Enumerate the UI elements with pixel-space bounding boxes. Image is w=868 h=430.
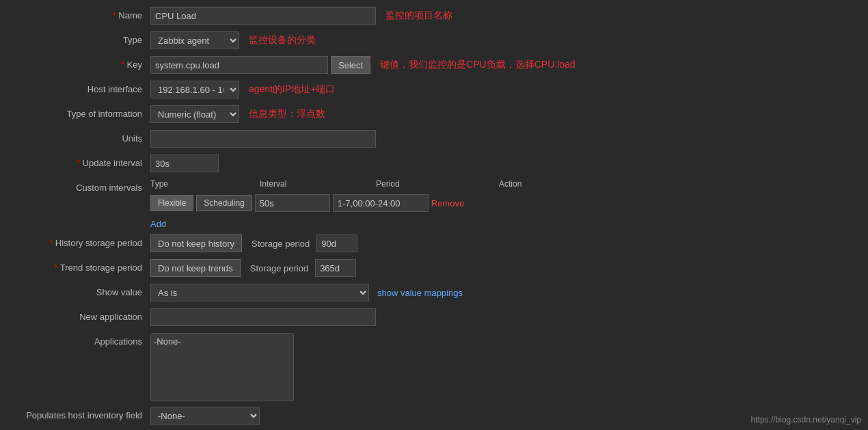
- name-label: Name: [14, 7, 150, 21]
- history-storage-label: History storage period: [14, 234, 150, 248]
- host-interface-row: Host interface 192.168.1.60 - 10050 agen…: [14, 81, 854, 100]
- name-control: 监控的项目名称: [150, 7, 854, 25]
- type-info-row: Type of information Numeric (float) 信息类型…: [14, 105, 854, 124]
- ci-action-header: Action: [499, 179, 554, 189]
- trend-storage-control: Do not keep trends Storage period: [150, 259, 854, 277]
- ci-scheduling-tab[interactable]: Scheduling: [196, 195, 252, 211]
- new-application-row: New application: [14, 308, 854, 327]
- footer-url: https://blog.csdn.net/yanqi_vip: [751, 415, 861, 425]
- inventory-control: -None-: [150, 407, 854, 425]
- show-value-mappings-link[interactable]: show value mappings: [377, 288, 463, 298]
- units-label: Units: [14, 130, 150, 144]
- update-interval-label: Update interval: [14, 154, 150, 168]
- applications-row: Applications -None-: [14, 333, 854, 401]
- type-row: Type Zabbix agent 监控设备的分类: [14, 31, 854, 51]
- ci-add-link[interactable]: Add: [150, 219, 166, 229]
- name-input[interactable]: [150, 7, 376, 25]
- ci-remove-link[interactable]: Remove: [431, 198, 464, 209]
- host-interface-select[interactable]: 192.168.1.60 - 10050: [150, 81, 239, 98]
- do-not-keep-history-button[interactable]: Do not keep history: [150, 234, 242, 252]
- update-interval-control: [150, 154, 854, 172]
- type-select[interactable]: Zabbix agent: [150, 31, 239, 49]
- new-application-label: New application: [14, 308, 150, 322]
- history-storage-row: History storage period Do not keep histo…: [14, 234, 854, 254]
- show-value-label: Show value: [14, 284, 150, 297]
- inventory-row: Populates host inventory field -None-: [14, 407, 854, 426]
- type-control: Zabbix agent 监控设备的分类: [150, 31, 854, 49]
- key-label: Key: [14, 56, 150, 70]
- trend-storage-row: Trend storage period Do not keep trends …: [14, 259, 854, 278]
- history-storage-period-label: Storage period: [252, 239, 310, 249]
- key-select-button[interactable]: Select: [331, 56, 370, 74]
- applications-label: Applications: [14, 333, 150, 347]
- units-row: Units: [14, 130, 854, 149]
- trend-storage-label: Trend storage period: [14, 259, 150, 273]
- type-info-label: Type of information: [14, 105, 150, 119]
- ci-add-row: Add: [150, 219, 166, 229]
- trend-storage-input[interactable]: [315, 259, 356, 277]
- ci-type-header: Type: [150, 179, 260, 189]
- update-interval-input[interactable]: [150, 154, 219, 172]
- form-container: Name 监控的项目名称 Type Zabbix agent 监控设备的分类 K…: [0, 0, 868, 430]
- type-info-annotation: 信息类型：浮点数: [249, 108, 325, 120]
- ci-flexible-tab[interactable]: Flexible: [150, 195, 193, 211]
- ci-interval-input[interactable]: [255, 194, 330, 212]
- type-label: Type: [14, 31, 150, 45]
- custom-intervals-row: Custom intervals Type Interval Period Ac…: [14, 179, 854, 229]
- update-interval-row: Update interval: [14, 154, 854, 174]
- host-interface-label: Host interface: [14, 81, 150, 94]
- ci-header: Type Interval Period Action: [150, 179, 554, 189]
- host-interface-control: 192.168.1.60 - 10050 agent的IP地址+端口: [150, 81, 854, 98]
- custom-intervals-control: Type Interval Period Action Flexible Sch…: [150, 179, 854, 229]
- show-value-control: As is show value mappings: [150, 284, 854, 301]
- ci-interval-header: Interval: [260, 179, 376, 189]
- inventory-select[interactable]: -None-: [150, 407, 260, 425]
- do-not-keep-trends-button[interactable]: Do not keep trends: [150, 259, 241, 277]
- new-application-input[interactable]: [150, 308, 376, 326]
- show-value-select[interactable]: As is: [150, 284, 369, 301]
- trend-storage-period-label: Storage period: [250, 263, 308, 273]
- show-value-row: Show value As is show value mappings: [14, 284, 854, 303]
- applications-control: -None-: [150, 333, 854, 401]
- key-row: Key Select 键值，我们监控的是CPU负载，选择CPU.load: [14, 56, 854, 75]
- applications-list[interactable]: -None-: [150, 333, 294, 401]
- inventory-label: Populates host inventory field: [14, 407, 150, 420]
- host-interface-annotation: agent的IP地址+端口: [249, 83, 335, 96]
- units-control: [150, 130, 854, 148]
- key-input[interactable]: [150, 56, 328, 74]
- key-annotation: 键值，我们监控的是CPU负载，选择CPU.load: [380, 59, 575, 71]
- ci-data-row: Flexible Scheduling Remove: [150, 194, 464, 212]
- name-annotation: 监控的项目名称: [385, 10, 452, 22]
- name-row: Name 监控的项目名称: [14, 7, 854, 26]
- type-annotation: 监控设备的分类: [249, 34, 316, 46]
- ci-period-input[interactable]: [333, 194, 429, 212]
- units-input[interactable]: [150, 130, 376, 148]
- key-control: Select 键值，我们监控的是CPU负载，选择CPU.load: [150, 56, 854, 74]
- type-info-control: Numeric (float) 信息类型：浮点数: [150, 105, 854, 123]
- history-storage-control: Do not keep history Storage period: [150, 234, 854, 252]
- custom-intervals-label: Custom intervals: [14, 179, 150, 193]
- type-info-select[interactable]: Numeric (float): [150, 105, 239, 123]
- history-storage-input[interactable]: [316, 234, 357, 252]
- new-application-control: [150, 308, 854, 326]
- ci-period-header: Period: [376, 179, 499, 189]
